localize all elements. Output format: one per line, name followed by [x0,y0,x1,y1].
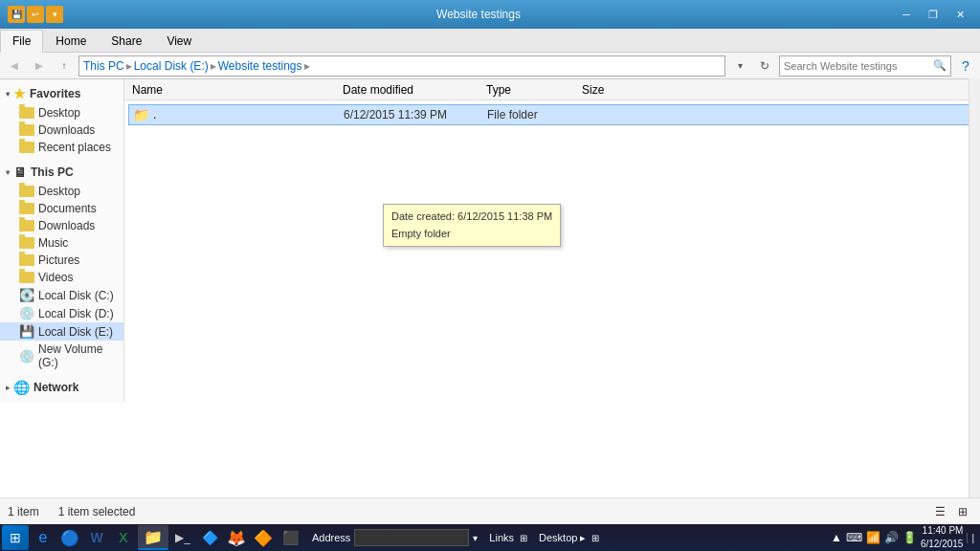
favorites-icon: ★ [13,86,26,101]
sidebar-item-label: Downloads [38,219,95,232]
drive-icon: 💾 [19,324,34,339]
col-header-name[interactable]: Name [128,81,339,99]
window-controls: ─ ❐ ✕ [894,5,972,24]
dropdown-button[interactable]: ▾ [729,55,750,77]
main-area: ▾ ★ Favorites Desktop Downloads Recent p… [0,79,980,402]
tray-volume[interactable]: 🔊 [884,531,899,544]
file-row[interactable]: 📁 . 6/12/2015 11:39 PM File folder [128,104,976,125]
view-large-button[interactable]: ⊞ [953,502,972,521]
status-bar: 1 item 1 item selected ☰ ⊞ [0,497,980,524]
col-header-size[interactable]: Size [578,81,655,99]
sidebar-item-locale[interactable]: 💾 Local Disk (E:) [0,322,123,341]
tab-share[interactable]: Share [99,30,154,52]
drive-icon: 💿 [19,349,34,364]
sidebar-item-videos[interactable]: Videos [0,269,123,286]
favorites-label: Favorites [30,87,80,100]
sidebar-item-locald[interactable]: 💿 Local Disk (D:) [0,304,123,322]
forward-button[interactable]: ▶ [29,55,50,77]
sidebar-item-label: Desktop [38,185,80,198]
tray-up-arrow[interactable]: ▲ [831,531,842,544]
qa-menu-btn[interactable]: ▾ [46,6,63,23]
selected-count: 1 item selected [58,505,136,518]
tray-keyboard[interactable]: ⌨ [846,531,862,544]
help-button[interactable]: ? [955,55,976,77]
drive-icon: 💽 [19,288,34,302]
close-button[interactable]: ✕ [947,5,972,24]
address-dropdown[interactable]: ▾ [473,533,478,543]
folder-icon [19,107,34,119]
taskbar-misc[interactable]: 🔷 [197,525,222,550]
qa-undo-btn[interactable]: ↩ [27,6,44,23]
tray-battery[interactable]: 🔋 [902,531,917,544]
file-name-text: . [153,108,156,121]
ribbon: File Home Share View [0,29,980,53]
network-section[interactable]: ▸ 🌐 Network [0,377,123,398]
address-label: Address [312,532,350,543]
breadcrumb[interactable]: This PC ▸ Local Disk (E:) ▸ Website test… [78,55,725,77]
sidebar-item-label: Pictures [38,253,79,267]
file-type-cell: File folder [487,108,583,121]
sidebar-item-recentplaces[interactable]: Recent places [0,139,123,156]
taskbar-chrome[interactable]: 🔵 [57,525,82,550]
tab-view[interactable]: View [154,30,204,52]
col-header-type[interactable]: Type [482,81,578,99]
taskbar-explorer[interactable]: 📁 [138,525,168,550]
sidebar-item-label: Documents [38,202,97,215]
sidebar-item-desktop-fav[interactable]: Desktop [0,104,123,121]
back-button[interactable]: ◀ [4,55,25,77]
desktop-dropdown[interactable]: ⊞ [591,533,599,543]
network-arrow: ▸ [6,384,10,392]
search-icon[interactable]: 🔍 [933,59,947,72]
clock-time: 11:40 PM [921,524,964,538]
tab-file[interactable]: File [0,30,43,53]
taskbar-firefox[interactable]: 🦊 [224,525,249,550]
favorites-arrow: ▾ [6,90,10,99]
taskbar-address-input[interactable] [354,529,469,546]
sidebar-item-pictures[interactable]: Pictures [0,252,123,269]
up-button[interactable]: ↑ [54,55,75,77]
column-headers: Name Date modified Type Size [124,79,980,100]
network-icon: 🌐 [13,380,30,395]
taskbar-excel[interactable]: X [111,525,136,550]
start-button[interactable]: ⊞ [2,525,29,550]
favorites-section[interactable]: ▾ ★ Favorites [0,83,123,104]
qa-save-btn[interactable]: 💾 [8,6,25,23]
taskbar-extra[interactable]: ⬛ [278,525,302,550]
col-header-date[interactable]: Date modified [339,81,482,99]
view-details-button[interactable]: ☰ [930,502,949,521]
bc-sep1: ▸ [126,59,132,73]
taskbar-ie[interactable]: e [31,525,56,550]
sidebar-item-downloads[interactable]: Downloads [0,217,123,234]
folder-icon [19,186,34,197]
system-clock: 11:40 PM 6/12/2015 [921,524,964,551]
refresh-button[interactable]: ↻ [754,55,775,77]
windows-icon: ⊞ [10,530,21,545]
sidebar-item-desktop[interactable]: Desktop [0,183,123,200]
content-wrapper: Name Date modified Type Size 📁 . 6/12/20… [124,79,980,402]
sidebar-item-documents[interactable]: Documents [0,200,123,217]
bc-localdisk[interactable]: Local Disk (E:) [134,59,209,73]
search-input[interactable] [784,60,933,72]
show-desktop-button[interactable]: | [967,533,974,543]
tray-network[interactable]: 📶 [866,531,880,544]
bc-website[interactable]: Website testings [218,59,302,73]
sidebar-item-label: Downloads [38,123,95,137]
sidebar-item-downloads-fav[interactable]: Downloads [0,121,123,139]
scrollbar[interactable] [969,78,980,497]
minimize-button[interactable]: ─ [894,5,919,24]
taskbar-vlc[interactable]: 🔶 [251,525,276,550]
folder-icon [19,124,34,136]
sidebar-item-newvolume[interactable]: 💿 New Volume (G:) [0,341,123,371]
thispc-section[interactable]: ▾ 🖥 This PC [0,162,123,183]
taskbar-word[interactable]: W [84,525,109,550]
folder-icon [19,220,34,231]
restore-button[interactable]: ❐ [921,5,946,24]
sidebar-item-music[interactable]: Music [0,234,123,252]
sidebar-item-localc[interactable]: 💽 Local Disk (C:) [0,286,123,304]
file-date-cell: 6/12/2015 11:39 PM [344,108,487,121]
tab-home[interactable]: Home [43,30,99,52]
links-dropdown[interactable]: ⊞ [520,533,527,543]
taskbar-cmd[interactable]: ▶_ [170,525,195,550]
tooltip-datecreated: Date created: 6/12/2015 11:38 PM [391,209,552,226]
bc-thispc[interactable]: This PC [83,59,124,73]
